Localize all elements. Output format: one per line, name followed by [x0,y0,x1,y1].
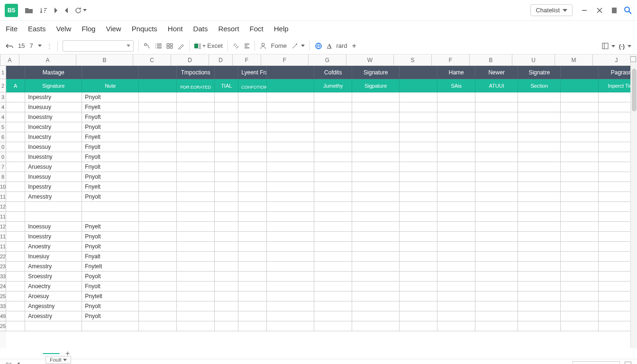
cell[interactable]: Inoessuy [25,222,82,232]
cell[interactable] [82,321,139,331]
nav-forward-icon[interactable] [54,8,58,13]
text-color-icon[interactable]: A [327,42,331,50]
cell[interactable] [518,142,561,152]
cell[interactable] [475,182,518,192]
cell[interactable] [400,112,437,122]
cell[interactable] [267,311,314,321]
column-header[interactable]: A [19,55,76,65]
cell[interactable] [437,272,475,282]
cell[interactable] [215,102,238,112]
cell[interactable] [238,291,267,301]
cell[interactable] [352,202,400,212]
cell[interactable]: Aruessuy [25,162,82,172]
cell[interactable] [352,242,400,252]
cell[interactable] [437,162,475,172]
cell[interactable] [238,112,267,122]
expand-icon[interactable] [630,56,636,62]
cell[interactable] [139,182,177,192]
cell[interactable] [6,202,25,212]
cell[interactable] [352,182,400,192]
cell[interactable] [314,142,352,152]
cell[interactable] [518,152,561,162]
cell[interactable] [475,232,518,242]
cell[interactable] [177,222,215,232]
cell[interactable] [314,311,352,321]
cell[interactable] [215,212,238,222]
cell[interactable] [267,202,314,212]
cell[interactable] [267,321,314,331]
cell[interactable]: Inoessuy [25,142,82,152]
cell[interactable] [6,252,25,262]
cell[interactable] [267,92,314,102]
cell[interactable] [437,311,475,321]
cell[interactable] [139,132,177,142]
cell[interactable] [139,152,177,162]
cell[interactable] [314,102,352,112]
cell[interactable]: PDR EORATED CHECRLIES [177,79,215,92]
cell[interactable]: Pnyelt [82,222,139,232]
cell[interactable] [518,132,561,142]
cell[interactable] [139,192,177,202]
cell[interactable]: A [6,79,25,92]
column-header[interactable]: D [171,55,209,65]
cell[interactable] [561,321,599,331]
cell[interactable] [177,301,215,311]
cell[interactable] [177,252,215,262]
cell[interactable] [352,162,400,172]
row-header[interactable]: 25 [0,321,6,331]
cell[interactable] [215,311,238,321]
cell[interactable] [437,321,475,331]
cell[interactable]: Inuesstny [25,152,82,162]
column-header[interactable]: U [512,55,555,65]
cell[interactable] [6,152,25,162]
cell[interactable] [82,202,139,212]
cell[interactable] [6,272,25,282]
row-header[interactable]: 6 [0,132,6,142]
row-header[interactable]: 7 [0,162,6,172]
cell[interactable] [139,301,177,311]
row-header[interactable]: 4 [0,112,6,122]
cell[interactable] [352,102,400,112]
cell[interactable] [352,232,400,242]
cell[interactable] [352,252,400,262]
cell[interactable]: Inoesstny [25,112,82,122]
cell[interactable] [437,252,475,262]
cell[interactable] [177,122,215,132]
cell[interactable] [561,212,599,222]
cell[interactable] [518,172,561,182]
cell[interactable]: Fnyolt [82,162,139,172]
cell[interactable] [177,202,215,212]
edit-icon[interactable] [178,43,184,49]
menu-item[interactable]: Help [274,25,289,33]
cell[interactable] [561,92,599,102]
cell[interactable] [238,122,267,132]
menu-item[interactable]: Velw [56,25,72,33]
row-header[interactable]: 8 [0,172,6,182]
cell[interactable] [139,242,177,252]
cell[interactable] [238,282,267,291]
align-icon[interactable] [244,43,250,49]
cell[interactable] [518,112,561,122]
cell[interactable]: Fnyalt [82,252,139,262]
cell[interactable] [400,132,437,142]
row-header[interactable]: 3 [0,92,6,102]
cell[interactable] [238,301,267,311]
cell[interactable] [215,232,238,242]
cell[interactable] [352,282,400,291]
paren-dropdown[interactable]: (·) [619,43,631,50]
column-header[interactable]: F [432,55,470,65]
cell[interactable] [518,102,561,112]
cell[interactable] [518,182,561,192]
row-header[interactable]: 11 [0,192,6,202]
cell[interactable] [352,212,400,222]
cell[interactable] [437,142,475,152]
cell[interactable]: Pnyolt [82,242,139,252]
cell[interactable] [400,122,437,132]
cell[interactable] [139,142,177,152]
cell[interactable] [314,232,352,242]
cell[interactable] [314,192,352,202]
cell[interactable]: Fnyelt [82,132,139,142]
cell[interactable] [177,192,215,202]
cell[interactable] [238,242,267,252]
cell[interactable]: Tmpoctions [177,66,215,79]
